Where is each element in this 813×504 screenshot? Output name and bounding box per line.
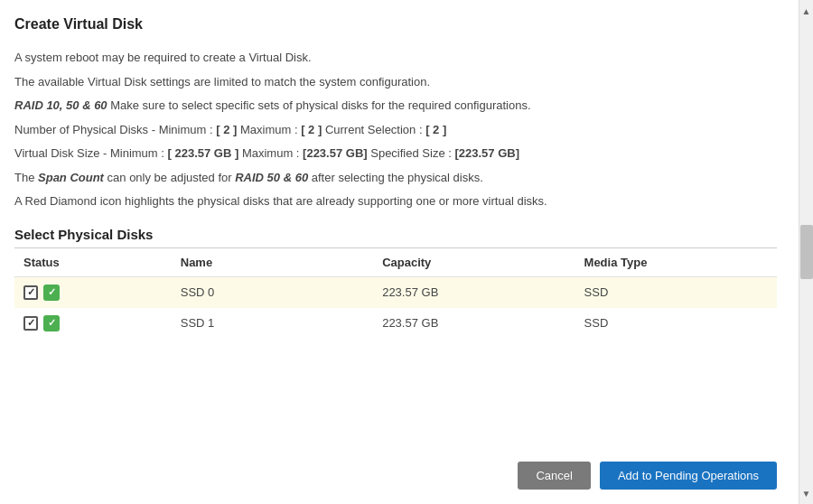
- add-to-pending-button[interactable]: Add to Pending Operations: [600, 462, 777, 490]
- info-line-3-post: Make sure to select specific sets of phy…: [107, 98, 531, 112]
- info-line-1: A system reboot may be required to creat…: [14, 49, 777, 67]
- disk-capacity: 223.57 GB: [373, 308, 575, 339]
- raid-italic-1: RAID 10, 50 & 60: [14, 98, 107, 112]
- disk-name: SSD 0: [172, 276, 373, 308]
- col-header-name: Name: [172, 248, 373, 277]
- info-section: A system reboot may be required to creat…: [14, 49, 777, 210]
- col-header-capacity: Capacity: [373, 248, 575, 277]
- info-line-7: A Red Diamond icon highlights the physic…: [14, 192, 777, 210]
- disk-capacity: 223.57 GB: [373, 276, 575, 308]
- line4-mid2: Current Selection :: [322, 123, 425, 136]
- info-line-6: The Span Count can only be adjusted for …: [14, 169, 777, 187]
- table-header-row: Status Name Capacity Media Type: [14, 248, 777, 277]
- line5-max: [223.57 GB]: [303, 146, 368, 160]
- line6-mid: can only be adjusted for: [104, 171, 235, 184]
- col-header-status: Status: [14, 248, 172, 277]
- green-check-icon: [43, 315, 60, 331]
- scroll-up-arrow[interactable]: ▲: [799, 2, 814, 20]
- table-row: SSD 1223.57 GBSSD: [14, 308, 777, 339]
- cancel-button[interactable]: Cancel: [518, 462, 590, 490]
- disks-section-title: Select Physical Disks: [14, 227, 777, 242]
- line5-mid: Maximum :: [238, 146, 303, 160]
- info-line-2: The available Virtual Disk settings are …: [14, 73, 777, 91]
- scroll-down-arrow[interactable]: ▼: [799, 484, 814, 502]
- line4-mid: Maximum :: [237, 123, 301, 136]
- line5-pre: Virtual Disk Size - Minimum :: [14, 146, 168, 160]
- col-header-media-type: Media Type: [575, 248, 777, 277]
- raid-italic-2: RAID 50 & 60: [235, 171, 308, 184]
- disk-table: Status Name Capacity Media Type SSD 0223…: [14, 248, 777, 339]
- status-cell: [14, 308, 172, 339]
- line6-pre: The: [14, 171, 38, 184]
- disk-media-type: SSD: [575, 308, 777, 339]
- info-line-4: Number of Physical Disks - Minimum : [ 2…: [14, 121, 777, 139]
- line6-post: after selecting the physical disks.: [308, 171, 483, 184]
- line4-pre: Number of Physical Disks - Minimum :: [14, 123, 216, 136]
- row-checkbox[interactable]: [23, 316, 38, 331]
- scroll-thumb[interactable]: [800, 225, 813, 279]
- info-line-5: Virtual Disk Size - Minimum : [ 223.57 G…: [14, 145, 777, 163]
- main-content: Create Virtual Disk A system reboot may …: [0, 0, 799, 504]
- info-line-3: RAID 10, 50 & 60 Make sure to select spe…: [14, 97, 777, 115]
- table-row: SSD 0223.57 GBSSD: [14, 276, 777, 308]
- row-checkbox[interactable]: [23, 285, 38, 300]
- line4-cur: [ 2 ]: [425, 123, 446, 136]
- line5-spec: [223.57 GB]: [454, 146, 519, 160]
- disk-media-type: SSD: [575, 276, 777, 308]
- status-cell: [14, 276, 172, 308]
- disk-name: SSD 1: [172, 308, 373, 339]
- span-count-italic: Span Count: [38, 171, 104, 184]
- line5-min: [ 223.57 GB ]: [168, 146, 239, 160]
- green-check-icon: [43, 285, 60, 301]
- line5-mid2: Specified Size :: [368, 146, 455, 160]
- line4-max: [ 2 ]: [301, 123, 322, 136]
- line4-min: [ 2 ]: [216, 123, 237, 136]
- footer: Cancel Add to Pending Operations: [518, 462, 777, 490]
- scrollbar[interactable]: ▲ ▼: [799, 0, 813, 504]
- page-title: Create Virtual Disk: [14, 16, 777, 33]
